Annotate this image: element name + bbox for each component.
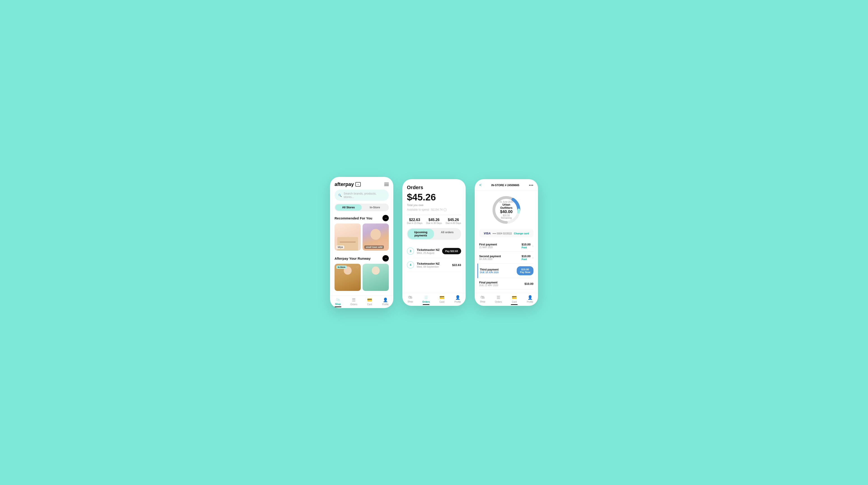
nav-shop[interactable]: 🛍 Shop <box>330 297 346 307</box>
all-stores-btn[interactable]: All Stores <box>335 204 362 210</box>
phone-orders: Orders $45.26 Total you owe Available to… <box>402 179 466 306</box>
phone1-bottom-nav: 🛍 Shop ☰ Orders 💳 Card 👤 Profile <box>330 295 393 308</box>
payment-label-4: Final payment <box>479 281 498 284</box>
nav2-orders[interactable]: ☰ Orders <box>418 295 434 305</box>
nav3-orders[interactable]: ☰ Orders <box>491 295 506 305</box>
order-merchant-1: Ticketmaster NZ <box>417 248 442 252</box>
nav-profile[interactable]: 👤 Profile <box>377 297 393 307</box>
orders-indicator <box>423 304 430 305</box>
in-store-btn[interactable]: In-Store <box>362 204 388 210</box>
order-item-1: 3 Ticketmaster NZ Wed, 25 August Pay $22… <box>407 244 461 258</box>
payment-action-2: $10.00 Paid › <box>522 255 533 261</box>
nav-orders[interactable]: ☰ Orders <box>346 297 362 307</box>
logo-text: afterpay <box>335 181 354 187</box>
pay-amt-label-1: Due in 15 Days <box>407 222 422 224</box>
heart-icon-2[interactable]: ♡ <box>384 225 387 229</box>
afterpay-logo: afterpay → <box>335 181 361 187</box>
payment-amount-1: $10.00 Paid <box>522 243 531 249</box>
nav3-orders-label: Orders <box>495 301 502 303</box>
product-card-fashion2[interactable]: ♡ <box>363 264 389 291</box>
card-icon: 💳 <box>367 297 372 303</box>
payment-row-3: Third payment DUE 18 JUN 2020 $10.00 Pay… <box>477 263 533 278</box>
payment-list: First payment 21 MAY 2020 $10.00 Paid › … <box>475 240 538 290</box>
nav3-profile[interactable]: 👤 Profile <box>522 295 538 305</box>
recommended-more-btn[interactable]: → <box>382 215 389 221</box>
phone-shop: afterpay → 🔍 Search brands, products, st… <box>330 177 393 308</box>
order-date-1: Wed, 25 August <box>417 252 442 254</box>
pay-amt-label-2: Due in 30 Days <box>426 222 442 224</box>
runway-grid: ♡ In-Store ♡ <box>330 264 393 291</box>
pay-amt-3: $45.26 Due in 60 Days <box>446 218 461 224</box>
product-label-wildtown: small town wild <box>364 246 384 249</box>
nav2-card[interactable]: 💳 Card <box>434 295 450 305</box>
nav2-shop[interactable]: 🛍 Shop <box>402 295 418 305</box>
payment-date-1: 21 MAY 2020 <box>479 246 497 249</box>
payment-info-4: Final payment DUE 21 MAY 2020 <box>479 281 498 287</box>
orders-title: Orders <box>407 184 461 191</box>
pay-amt-value-3: $45.26 <box>446 218 461 222</box>
heart-icon-4[interactable]: ♡ <box>384 265 387 269</box>
nav3-card[interactable]: 💳 Card <box>506 295 522 305</box>
product-card-bedroom[interactable]: ♡ Idiya <box>335 224 361 251</box>
payment-action-3: $10.00 Pay Now <box>517 266 533 275</box>
available-label: Available to spend : $1154.74 i <box>407 208 461 211</box>
orders-icon: ☰ <box>352 297 355 303</box>
heart-icon-1[interactable]: ♡ <box>356 225 359 229</box>
payment-row-4: Final payment DUE 21 MAY 2020 $10.00 <box>479 278 533 290</box>
nav3-orders-icon: ☰ <box>497 295 500 300</box>
pay-amt-value-2: $45.26 <box>426 218 442 222</box>
store-toggle: All Stores In-Store <box>335 204 389 211</box>
payment-label-3: Third payment <box>480 268 499 271</box>
donut-amount: $40.00 <box>498 209 514 214</box>
in-store-badge: In-Store <box>336 265 347 269</box>
change-card-link[interactable]: Change card <box>514 232 529 235</box>
runway-more-btn[interactable]: → <box>382 255 389 261</box>
upcoming-payments-tab[interactable]: Upcoming payments <box>408 229 434 239</box>
shop-header: afterpay → <box>330 177 393 190</box>
paid-status-1: Paid <box>522 246 531 249</box>
nav2-shop-icon: 🛍 <box>408 295 412 300</box>
product-card-fashion1[interactable]: ♡ In-Store <box>335 264 361 291</box>
all-orders-tab[interactable]: All orders <box>434 229 460 239</box>
nav-card[interactable]: 💳 Card <box>362 297 377 307</box>
shop-indicator <box>335 307 341 307</box>
payment-label-2: Second payment <box>479 255 501 258</box>
payment-amount-2: $10.00 Paid <box>522 255 531 261</box>
donut-remaining: $20.50 Remaining <box>498 214 514 219</box>
payment-value-1: $10.00 <box>522 243 531 246</box>
more-options-icon[interactable]: ••• <box>529 183 533 187</box>
phone-instore: < IN-STORE # 24509665 ••• 21 June 2020 <box>475 179 538 306</box>
nav3-shop-label: Shop <box>480 301 485 303</box>
pay-now-btn-3[interactable]: $10.00 Pay Now <box>517 266 533 275</box>
payment-info-3: Third payment DUE 18 JUN 2020 <box>480 268 499 274</box>
back-button[interactable]: < <box>479 183 482 188</box>
pay-now-button-1[interactable]: Pay $22.63 <box>442 248 461 254</box>
paid-status-2: Paid <box>522 258 531 261</box>
payment-date-4: DUE 21 MAY 2020 <box>479 284 498 287</box>
card-row: VISA •••• 0004 02/2022 Change card <box>479 229 533 237</box>
available-text: Available to spend : $1154.74 <box>407 208 442 211</box>
total-label: Total you owe <box>407 204 461 207</box>
payment-amounts: $22.63 Due in 15 Days $45.26 Due in 30 D… <box>407 218 461 224</box>
available-amount: $1154.74 <box>431 208 442 211</box>
orders-label: Orders <box>350 303 358 306</box>
donut-chart-container: 21 June 2020 Urban Outfitters $40.00 $20… <box>475 191 538 229</box>
search-bar[interactable]: 🔍 Search brands, products, stores... <box>335 190 389 201</box>
nav3-shop[interactable]: 🛍 Shop <box>475 295 491 305</box>
menu-icon[interactable] <box>384 183 389 186</box>
order-num-2: 4 <box>407 261 414 268</box>
payment-date-2: 04 JUN 2020 <box>479 258 501 260</box>
donut-center: 21 June 2020 Urban Outfitters $40.00 $20… <box>498 201 514 219</box>
payment-action-1: $10.00 Paid › <box>522 243 533 249</box>
heart-icon-3[interactable]: ♡ <box>356 265 359 269</box>
orders-content: Orders $45.26 Total you owe Available to… <box>402 179 466 293</box>
payment-info-1: First payment 21 MAY 2020 <box>479 243 497 249</box>
nav2-profile[interactable]: 👤 Profile <box>450 295 466 305</box>
product-card-girl[interactable]: ♡ small town wild <box>363 224 389 251</box>
order-merchant-2: Ticketmaster NZ <box>417 262 452 265</box>
nav2-card-label: Card <box>439 301 444 303</box>
orders-tabs: Upcoming payments All orders <box>407 228 461 240</box>
product-label-idiya: Idiya <box>336 246 344 249</box>
pay-amt-2: $45.26 Due in 30 Days <box>426 218 442 224</box>
order-num-1: 3 <box>407 248 414 255</box>
